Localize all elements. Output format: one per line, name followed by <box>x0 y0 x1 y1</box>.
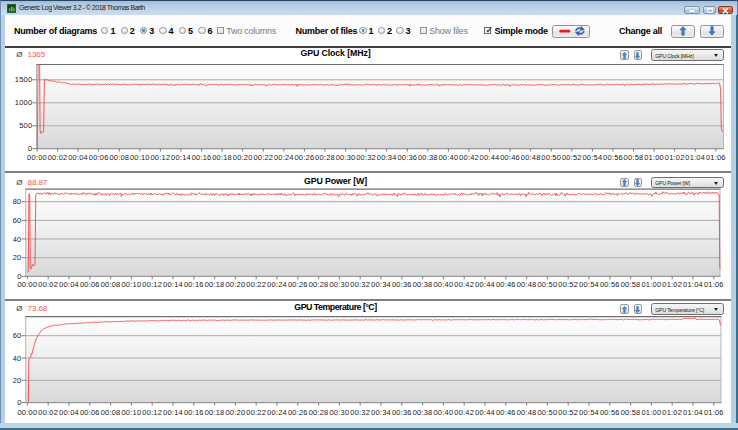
svg-text:00:18: 00:18 <box>205 280 225 289</box>
svg-text:00:56: 00:56 <box>603 153 623 162</box>
svg-text:01:04: 01:04 <box>683 408 703 417</box>
svg-text:01:06: 01:06 <box>704 280 724 289</box>
svg-text:00:14: 00:14 <box>171 153 191 162</box>
svg-text:00:46: 00:46 <box>496 408 516 417</box>
svg-text:1000: 1000 <box>15 98 33 107</box>
svg-text:00:36: 00:36 <box>392 408 412 417</box>
svg-text:00:42: 00:42 <box>454 280 474 289</box>
svg-text:01:02: 01:02 <box>662 408 682 417</box>
svg-text:00:50: 00:50 <box>538 408 558 417</box>
svg-text:00:40: 00:40 <box>434 408 454 417</box>
svg-text:00:26: 00:26 <box>295 153 315 162</box>
svg-text:00:58: 00:58 <box>621 408 641 417</box>
svg-text:00:24: 00:24 <box>267 280 287 289</box>
svg-text:00:10: 00:10 <box>122 408 142 417</box>
svg-text:00:38: 00:38 <box>418 153 438 162</box>
svg-text:00:16: 00:16 <box>192 153 212 162</box>
svg-text:01:00: 01:00 <box>644 153 664 162</box>
svg-text:40: 40 <box>13 235 22 244</box>
svg-text:00:04: 00:04 <box>59 280 79 289</box>
svg-text:20: 20 <box>13 253 22 262</box>
svg-text:00:58: 00:58 <box>624 153 644 162</box>
svg-text:00:50: 00:50 <box>538 280 558 289</box>
svg-text:00:44: 00:44 <box>475 280 495 289</box>
svg-text:20: 20 <box>13 376 22 385</box>
svg-text:00:04: 00:04 <box>59 408 79 417</box>
svg-text:00:10: 00:10 <box>130 153 150 162</box>
svg-text:60: 60 <box>13 216 22 225</box>
svg-text:00:20: 00:20 <box>226 408 246 417</box>
svg-text:00:40: 00:40 <box>434 280 454 289</box>
svg-text:00:38: 00:38 <box>413 280 433 289</box>
svg-text:00:24: 00:24 <box>267 408 287 417</box>
svg-text:00:00: 00:00 <box>18 408 38 417</box>
svg-text:00:08: 00:08 <box>109 153 129 162</box>
svg-text:00:28: 00:28 <box>315 153 335 162</box>
svg-text:00:26: 00:26 <box>288 408 308 417</box>
svg-text:00:52: 00:52 <box>562 153 582 162</box>
svg-text:00:48: 00:48 <box>517 280 537 289</box>
svg-text:00:18: 00:18 <box>205 408 225 417</box>
svg-text:00:02: 00:02 <box>38 280 58 289</box>
svg-text:00:50: 00:50 <box>541 153 561 162</box>
svg-text:00:04: 00:04 <box>68 153 88 162</box>
svg-text:00:36: 00:36 <box>392 280 412 289</box>
svg-text:00:42: 00:42 <box>459 153 479 162</box>
svg-text:0: 0 <box>17 398 21 407</box>
svg-text:00:20: 00:20 <box>226 280 246 289</box>
svg-text:00:08: 00:08 <box>101 408 121 417</box>
svg-text:00:16: 00:16 <box>184 280 204 289</box>
svg-text:00:28: 00:28 <box>309 280 329 289</box>
svg-text:00:08: 00:08 <box>101 280 121 289</box>
svg-text:00:36: 00:36 <box>397 153 417 162</box>
svg-text:00:02: 00:02 <box>38 408 58 417</box>
svg-text:00:44: 00:44 <box>475 408 495 417</box>
svg-text:00:42: 00:42 <box>454 408 474 417</box>
svg-text:00:16: 00:16 <box>184 408 204 417</box>
svg-text:01:02: 01:02 <box>662 280 682 289</box>
svg-text:00:46: 00:46 <box>500 153 520 162</box>
svg-text:00:30: 00:30 <box>330 280 350 289</box>
svg-text:00:34: 00:34 <box>371 280 391 289</box>
svg-text:00:22: 00:22 <box>253 153 273 162</box>
svg-text:00:46: 00:46 <box>496 280 516 289</box>
svg-text:80: 80 <box>13 197 22 206</box>
svg-text:60: 60 <box>13 331 22 340</box>
svg-text:00:18: 00:18 <box>212 153 232 162</box>
svg-text:01:06: 01:06 <box>704 408 724 417</box>
svg-text:00:48: 00:48 <box>521 153 541 162</box>
svg-text:01:04: 01:04 <box>683 280 703 289</box>
svg-text:00:34: 00:34 <box>377 153 397 162</box>
svg-text:00:40: 00:40 <box>439 153 459 162</box>
svg-text:00:26: 00:26 <box>288 280 308 289</box>
svg-text:00:54: 00:54 <box>583 153 603 162</box>
svg-text:00:54: 00:54 <box>579 280 599 289</box>
svg-text:00:24: 00:24 <box>274 153 294 162</box>
svg-text:00:12: 00:12 <box>142 280 162 289</box>
svg-text:00:12: 00:12 <box>151 153 171 162</box>
svg-text:00:32: 00:32 <box>350 408 370 417</box>
svg-text:00:28: 00:28 <box>309 408 329 417</box>
svg-text:00:52: 00:52 <box>558 408 578 417</box>
svg-text:00:06: 00:06 <box>80 280 100 289</box>
svg-text:00:34: 00:34 <box>371 408 391 417</box>
svg-text:01:00: 01:00 <box>642 408 662 417</box>
svg-text:00:32: 00:32 <box>350 280 370 289</box>
svg-text:00:06: 00:06 <box>89 153 109 162</box>
svg-text:500: 500 <box>19 121 32 130</box>
svg-text:00:54: 00:54 <box>579 408 599 417</box>
svg-text:00:14: 00:14 <box>163 280 183 289</box>
svg-text:01:02: 01:02 <box>665 153 685 162</box>
svg-text:00:10: 00:10 <box>122 280 142 289</box>
svg-text:00:14: 00:14 <box>163 408 183 417</box>
svg-text:00:52: 00:52 <box>558 280 578 289</box>
svg-text:00:56: 00:56 <box>600 408 620 417</box>
svg-text:00:30: 00:30 <box>330 408 350 417</box>
svg-text:00:00: 00:00 <box>18 280 38 289</box>
svg-text:00:58: 00:58 <box>621 280 641 289</box>
svg-text:00:02: 00:02 <box>48 153 68 162</box>
svg-text:00:22: 00:22 <box>246 280 266 289</box>
svg-text:00:22: 00:22 <box>246 408 266 417</box>
svg-text:00:56: 00:56 <box>600 280 620 289</box>
svg-text:00:20: 00:20 <box>233 153 253 162</box>
